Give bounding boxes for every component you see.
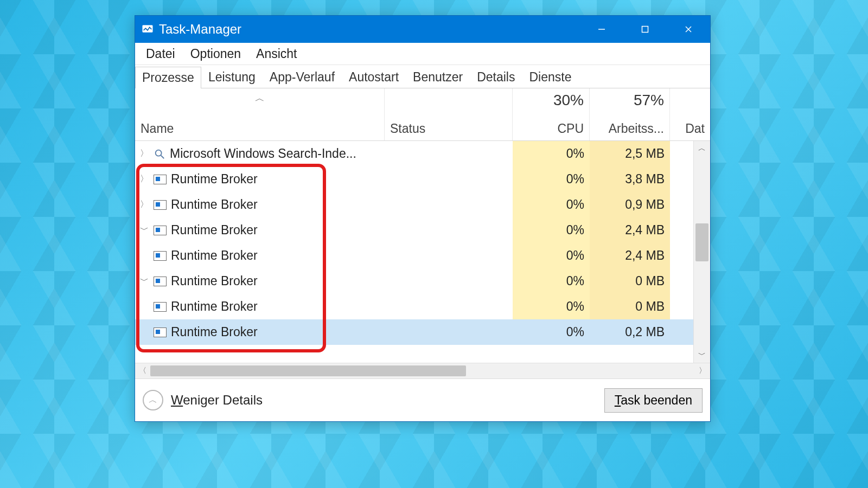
cell-disk — [670, 319, 693, 345]
task-manager-icon — [142, 23, 154, 35]
collapse-details-icon[interactable]: ︿ — [143, 390, 163, 410]
fewer-details-link[interactable]: Weniger Details — [171, 393, 263, 408]
table-row[interactable]: 〉Microsoft Windows Search-Inde...0%2,5 M… — [135, 141, 693, 166]
search-indexer-icon — [154, 148, 165, 160]
cell-cpu: 0% — [513, 217, 590, 243]
process-name: Runtime Broker — [171, 197, 258, 212]
col-memory-label: Arbeitss... — [595, 121, 664, 136]
process-name: Runtime Broker — [171, 248, 258, 263]
process-icon — [154, 251, 167, 261]
cell-cpu: 0% — [513, 192, 590, 217]
tab-users[interactable]: Benutzer — [406, 66, 470, 88]
table-row[interactable]: ﹀Runtime Broker0%0 MB — [135, 268, 693, 294]
chevron-down-icon[interactable]: ﹀ — [139, 224, 149, 236]
end-task-rest: ask beenden — [621, 393, 692, 407]
col-disk-label: Dat — [675, 121, 705, 136]
table-row[interactable]: ﹀Runtime Broker0%2,4 MB — [135, 217, 693, 243]
process-icon — [154, 226, 167, 235]
minimize-button[interactable] — [580, 16, 623, 43]
process-icon — [154, 302, 167, 312]
tab-services[interactable]: Dienste — [522, 66, 578, 88]
table-row[interactable]: 〉Runtime Broker0%0,9 MB — [135, 192, 693, 217]
table-row[interactable]: Runtime Broker0%2,4 MB — [135, 243, 693, 268]
chevron-right-icon[interactable]: 〉 — [139, 199, 149, 210]
scroll-right-icon[interactable]: 〉 — [695, 363, 710, 378]
cell-memory: 0 MB — [590, 268, 670, 294]
cell-cpu: 0% — [513, 319, 590, 345]
cell-cpu: 0% — [513, 268, 590, 294]
scroll-thumb[interactable] — [695, 223, 709, 261]
col-memory[interactable]: 57% Arbeitss... — [590, 88, 670, 140]
col-status[interactable]: Status — [385, 88, 513, 140]
svg-line-6 — [161, 155, 164, 158]
cell-name: ﹀Runtime Broker — [135, 268, 385, 294]
sort-indicator-icon: ︿ — [141, 92, 379, 121]
process-name: Runtime Broker — [171, 223, 258, 237]
cell-name: ﹀Runtime Broker — [135, 217, 385, 243]
chevron-down-icon[interactable]: ﹀ — [139, 275, 149, 287]
table-row[interactable]: Runtime Broker0%0,2 MB — [135, 319, 693, 345]
end-task-button[interactable]: Task beenden — [604, 388, 703, 413]
cell-name: 〉Microsoft Windows Search-Inde... — [135, 141, 385, 166]
menu-options[interactable]: Optionen — [183, 44, 248, 63]
svg-rect-2 — [642, 27, 648, 33]
cell-memory: 0,9 MB — [590, 192, 670, 217]
cell-disk — [670, 294, 693, 319]
scroll-up-icon[interactable]: ︿ — [694, 141, 710, 156]
table-row[interactable]: Runtime Broker0%0 MB — [135, 294, 693, 319]
cell-disk — [670, 243, 693, 268]
cell-status — [385, 217, 513, 243]
hscroll-thumb[interactable] — [150, 365, 466, 376]
chevron-right-icon[interactable]: 〉 — [139, 174, 149, 185]
cell-name: Runtime Broker — [135, 294, 385, 319]
less-details-rest: eniger Details — [183, 393, 263, 407]
cell-name: 〉Runtime Broker — [135, 166, 385, 192]
tab-performance[interactable]: Leistung — [201, 66, 263, 88]
chevron-right-icon[interactable]: 〉 — [139, 148, 149, 159]
tab-details[interactable]: Details — [470, 66, 522, 88]
cell-name: 〉Runtime Broker — [135, 192, 385, 217]
cell-memory: 2,4 MB — [590, 217, 670, 243]
cell-disk — [670, 268, 693, 294]
cell-memory: 0 MB — [590, 294, 670, 319]
tab-startup[interactable]: Autostart — [342, 66, 406, 88]
process-name: Runtime Broker — [171, 274, 258, 288]
menubar: Datei Optionen Ansicht — [135, 43, 710, 65]
scroll-track[interactable] — [694, 156, 710, 348]
svg-point-5 — [156, 150, 162, 156]
scroll-down-icon[interactable]: ﹀ — [694, 348, 710, 363]
maximize-button[interactable] — [623, 16, 667, 43]
tab-app-history[interactable]: App-Verlauf — [263, 66, 342, 88]
col-cpu-percent: 30% — [518, 92, 584, 121]
menu-file[interactable]: Datei — [138, 44, 183, 63]
hscroll-track[interactable] — [150, 363, 695, 378]
col-name-label: Name — [141, 121, 379, 136]
cell-disk — [670, 166, 693, 192]
table-row[interactable]: 〉Runtime Broker0%3,8 MB — [135, 166, 693, 192]
cell-status — [385, 141, 513, 166]
tab-strip: Prozesse Leistung App-Verlauf Autostart … — [135, 65, 710, 88]
col-status-label: Status — [390, 121, 507, 136]
horizontal-scrollbar[interactable]: 〈 〉 — [135, 363, 710, 378]
scroll-left-icon[interactable]: 〈 — [135, 363, 150, 378]
tab-processes[interactable]: Prozesse — [135, 67, 201, 88]
col-cpu[interactable]: 30% CPU — [513, 88, 590, 140]
process-name: Runtime Broker — [171, 325, 258, 339]
col-disk[interactable]: Dat — [670, 88, 710, 140]
desktop-background: Task-Manager Datei Optionen Ansicht Proz… — [0, 0, 868, 488]
cell-status — [385, 243, 513, 268]
col-name[interactable]: ︿ Name — [135, 88, 385, 140]
titlebar[interactable]: Task-Manager — [135, 16, 710, 43]
less-details-underline: W — [171, 393, 183, 407]
menu-view[interactable]: Ansicht — [248, 44, 304, 63]
footer: ︿ Weniger Details Task beenden — [135, 378, 710, 421]
window-title: Task-Manager — [159, 22, 241, 37]
process-table: ︿ Name Status 30% CPU 57% Arbeitss... — [135, 88, 710, 378]
process-name: Runtime Broker — [171, 299, 258, 314]
cell-memory: 2,5 MB — [590, 141, 670, 166]
vertical-scrollbar[interactable]: ︿ ﹀ — [693, 141, 710, 363]
process-icon — [154, 175, 167, 184]
cell-memory: 3,8 MB — [590, 166, 670, 192]
close-button[interactable] — [667, 16, 710, 43]
cell-name: Runtime Broker — [135, 243, 385, 268]
